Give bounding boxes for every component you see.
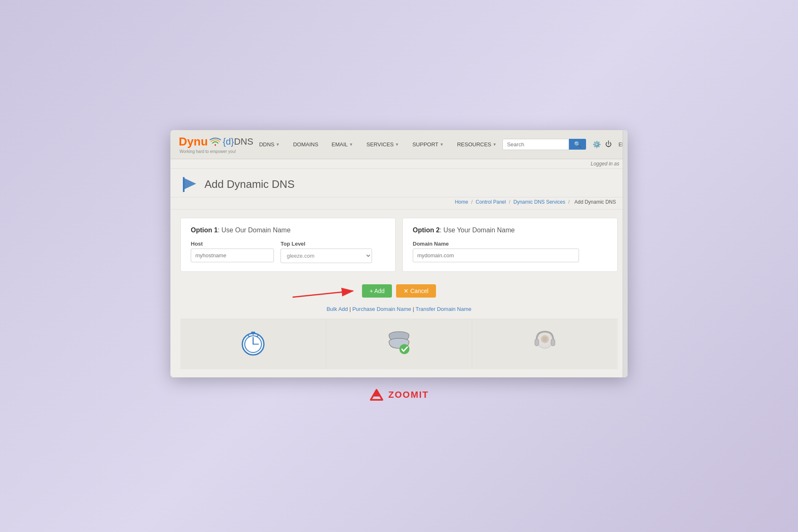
host-input[interactable]: [191, 249, 274, 262]
bulk-add-link[interactable]: Bulk Add: [327, 306, 348, 312]
search-area: 🔍: [502, 139, 586, 150]
page-title-area: Add Dynamic DNS: [170, 169, 628, 197]
zoomit-footer: ZOOMIT: [369, 387, 429, 402]
svg-point-21: [542, 337, 547, 342]
option1-title: Option 1: Use Our Domain Name: [191, 227, 385, 234]
search-button[interactable]: 🔍: [569, 139, 586, 150]
nav-resources[interactable]: RESOURCES ▼: [451, 137, 502, 152]
logo-dynu[interactable]: Dynu: [179, 135, 208, 148]
breadcrumb: Home / Control Panel / Dynamic DNS Servi…: [170, 197, 628, 209]
svg-rect-17: [535, 339, 539, 346]
page-title: Add Dynamic DNS: [204, 178, 295, 191]
wifi-icon: [209, 138, 221, 146]
ddns-caret: ▼: [276, 142, 280, 147]
page-icon: [180, 175, 199, 194]
domain-group: Domain Name: [413, 241, 579, 262]
logo-tagline: Working hard to empower you!: [180, 149, 253, 154]
add-button[interactable]: + Add: [362, 284, 392, 298]
links-row: Bulk Add | Purchase Domain Name | Transf…: [180, 306, 618, 319]
svg-marker-1: [184, 178, 196, 190]
option2-box: Option 2: Use Your Domain Name Domain Na…: [402, 218, 618, 272]
scrollbar[interactable]: [623, 130, 628, 377]
headset-icon: [530, 328, 559, 357]
option1-box: Option 1: Use Our Domain Name Host Top L…: [180, 218, 396, 272]
logged-in-bar: Logged in as: [170, 159, 628, 169]
svg-rect-18: [551, 339, 555, 346]
zoomit-label: ZOOMIT: [388, 389, 429, 400]
toplevel-label: Top Level: [281, 241, 372, 247]
domain-label: Domain Name: [413, 241, 579, 247]
nav-support[interactable]: SUPPORT ▼: [406, 137, 450, 152]
nav-email[interactable]: EMAIL ▼: [326, 137, 359, 152]
svg-point-15: [399, 344, 409, 354]
feature-box-1: [180, 319, 326, 369]
database-check-icon: [384, 328, 414, 357]
domain-input[interactable]: [413, 249, 579, 262]
email-caret: ▼: [349, 142, 353, 147]
feature-box-2: [326, 319, 472, 369]
toplevel-select[interactable]: gleeze.com dynu.net dynu.com: [281, 249, 372, 263]
search-input[interactable]: [502, 139, 569, 150]
zoomit-logo-icon: [369, 387, 384, 402]
breadcrumb-dynamic-dns[interactable]: Dynamic DNS Services: [513, 199, 565, 205]
svg-point-0: [214, 144, 216, 145]
logo-ddns: {d}DNS: [223, 136, 253, 147]
host-group: Host: [191, 241, 274, 263]
resources-caret: ▼: [493, 142, 497, 147]
options-row: Option 1: Use Our Domain Name Host Top L…: [180, 218, 618, 272]
breadcrumb-control-panel[interactable]: Control Panel: [475, 199, 506, 205]
red-arrow: [288, 283, 363, 303]
purchase-domain-link[interactable]: Purchase Domain Name: [352, 306, 411, 312]
toplevel-group: Top Level gleeze.com dynu.net dynu.com: [281, 241, 372, 263]
breadcrumb-current: Add Dynamic DNS: [574, 199, 616, 205]
services-caret: ▼: [395, 142, 399, 147]
transfer-domain-link[interactable]: Transfer Domain Name: [416, 306, 472, 312]
settings-icon[interactable]: ⚙️: [593, 140, 601, 148]
feature-box-3: [472, 319, 618, 369]
features-row: [180, 319, 618, 369]
stopwatch-icon: [239, 328, 268, 357]
nav-ddns[interactable]: DDNS ▼: [253, 137, 286, 152]
power-icon[interactable]: ⏻: [605, 140, 612, 148]
breadcrumb-home[interactable]: Home: [455, 199, 468, 205]
main-content: Option 1: Use Our Domain Name Host Top L…: [170, 209, 628, 377]
svg-line-4: [293, 291, 353, 297]
cancel-button[interactable]: ✕ Cancel: [396, 284, 436, 298]
svg-rect-2: [183, 177, 185, 192]
logo: Dynu {d}DNS Working hard to empower you!: [179, 135, 253, 154]
host-label: Host: [191, 241, 274, 247]
nav-services[interactable]: SERVICES ▼: [361, 137, 405, 152]
support-caret: ▼: [440, 142, 444, 147]
buttons-area: + Add ✕ Cancel: [180, 280, 618, 306]
option2-title: Option 2: Use Your Domain Name: [413, 227, 607, 234]
nav-domains[interactable]: DOMAINS: [287, 137, 324, 152]
